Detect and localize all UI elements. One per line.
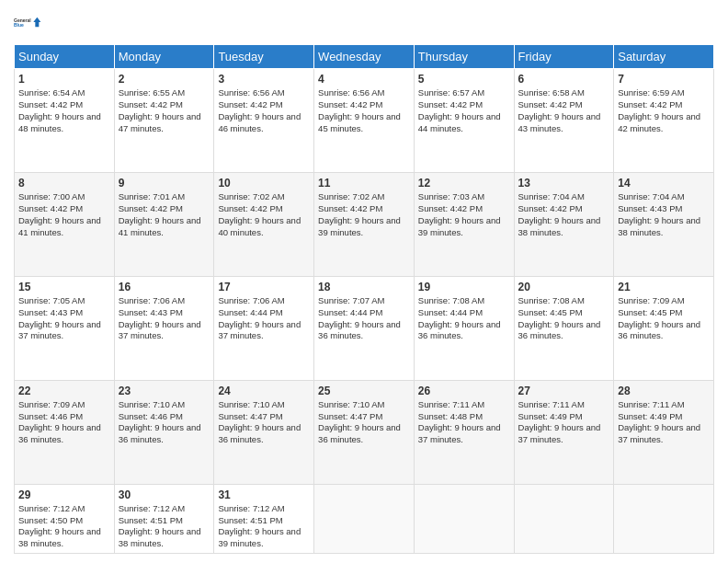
sunset-text: Sunset: 4:48 PM [418,411,483,421]
calendar-cell: 25Sunrise: 7:10 AMSunset: 4:47 PMDayligh… [314,380,415,484]
sunrise-text: Sunrise: 7:02 AM [318,191,384,201]
week-row-1: 1Sunrise: 6:54 AMSunset: 4:42 PMDaylight… [15,69,714,173]
sunset-text: Sunset: 4:44 PM [318,307,382,317]
sunrise-text: Sunrise: 7:09 AM [18,399,85,409]
sunrise-text: Sunrise: 7:06 AM [218,295,284,305]
day-header-tuesday: Tuesday [214,45,314,69]
sunset-text: Sunset: 4:42 PM [318,99,382,109]
daylight-text: Daylight: 9 hours and 38 minutes. [18,526,101,548]
calendar-cell: 9Sunrise: 7:01 AMSunset: 4:42 PMDaylight… [114,172,214,276]
sunset-text: Sunset: 4:50 PM [18,515,83,525]
calendar-cell: 21Sunrise: 7:09 AMSunset: 4:45 PMDayligh… [614,276,714,380]
sunrise-text: Sunrise: 7:10 AM [218,399,284,409]
calendar-cell: 19Sunrise: 7:08 AMSunset: 4:44 PMDayligh… [414,276,514,380]
day-number: 25 [318,384,410,398]
daylight-text: Daylight: 9 hours and 37 minutes. [518,422,601,444]
calendar-cell: 3Sunrise: 6:56 AMSunset: 4:42 PMDaylight… [214,69,314,173]
sunset-text: Sunset: 4:45 PM [618,307,682,317]
sunrise-text: Sunrise: 7:12 AM [18,503,85,513]
daylight-text: Daylight: 9 hours and 39 minutes. [318,215,401,237]
logo-icon: General Blue [14,9,41,37]
sunrise-text: Sunrise: 7:00 AM [18,191,85,201]
day-number: 1 [18,72,110,86]
daylight-text: Daylight: 9 hours and 44 minutes. [418,111,501,133]
sunset-text: Sunset: 4:42 PM [518,203,583,213]
daylight-text: Daylight: 9 hours and 43 minutes. [518,111,601,133]
daylight-text: Daylight: 9 hours and 36 minutes. [318,422,401,444]
day-number: 11 [318,176,410,190]
sunrise-text: Sunrise: 6:56 AM [218,87,284,98]
day-number: 6 [518,72,610,86]
sunset-text: Sunset: 4:46 PM [119,411,183,421]
day-number: 4 [318,72,410,86]
day-number: 24 [218,384,310,398]
sunrise-text: Sunrise: 7:11 AM [518,399,585,409]
day-number: 7 [618,72,710,86]
sunrise-text: Sunrise: 7:04 AM [518,191,585,201]
day-number: 23 [119,384,210,398]
daylight-text: Daylight: 9 hours and 36 minutes. [218,422,301,444]
calendar-cell [614,484,714,553]
calendar-cell: 27Sunrise: 7:11 AMSunset: 4:49 PMDayligh… [514,380,614,484]
day-header-sunday: Sunday [15,45,115,69]
daylight-text: Daylight: 9 hours and 37 minutes. [18,319,101,341]
calendar-cell: 31Sunrise: 7:12 AMSunset: 4:51 PMDayligh… [214,484,314,553]
sunset-text: Sunset: 4:47 PM [318,411,382,421]
daylight-text: Daylight: 9 hours and 36 minutes. [518,319,601,341]
sunrise-text: Sunrise: 7:12 AM [119,503,185,513]
sunset-text: Sunset: 4:43 PM [618,203,682,213]
day-number: 30 [119,488,210,502]
sunset-text: Sunset: 4:44 PM [218,307,282,317]
calendar-cell: 1Sunrise: 6:54 AMSunset: 4:42 PMDaylight… [15,69,115,173]
sunrise-text: Sunrise: 7:08 AM [418,295,484,305]
daylight-text: Daylight: 9 hours and 39 minutes. [418,215,501,237]
daylight-text: Daylight: 9 hours and 38 minutes. [618,215,700,237]
day-number: 14 [618,176,710,190]
sunrise-text: Sunrise: 7:04 AM [618,191,684,201]
calendar-cell: 26Sunrise: 7:11 AMSunset: 4:48 PMDayligh… [414,380,514,484]
header: General Blue [14,9,714,37]
sunset-text: Sunset: 4:43 PM [18,307,83,317]
sunset-text: Sunset: 4:42 PM [119,203,183,213]
sunrise-text: Sunrise: 6:59 AM [618,87,684,98]
sunrise-text: Sunrise: 7:01 AM [119,191,185,201]
day-number: 13 [518,176,610,190]
sunset-text: Sunset: 4:42 PM [418,99,483,109]
daylight-text: Daylight: 9 hours and 41 minutes. [18,215,101,237]
sunrise-text: Sunrise: 7:07 AM [318,295,384,305]
day-number: 8 [18,176,110,190]
week-row-4: 22Sunrise: 7:09 AMSunset: 4:46 PMDayligh… [15,380,714,484]
svg-text:General: General [14,17,31,23]
sunrise-text: Sunrise: 7:11 AM [418,399,484,409]
daylight-text: Daylight: 9 hours and 48 minutes. [18,111,101,133]
sunrise-text: Sunrise: 7:08 AM [518,295,585,305]
sunrise-text: Sunrise: 7:12 AM [218,503,284,513]
calendar-cell: 4Sunrise: 6:56 AMSunset: 4:42 PMDaylight… [314,69,415,173]
sunrise-text: Sunrise: 6:56 AM [318,87,384,98]
day-header-wednesday: Wednesday [314,45,415,69]
day-header-saturday: Saturday [614,45,714,69]
daylight-text: Daylight: 9 hours and 42 minutes. [618,111,700,133]
day-header-friday: Friday [514,45,614,69]
sunrise-text: Sunrise: 7:03 AM [418,191,484,201]
week-row-3: 15Sunrise: 7:05 AMSunset: 4:43 PMDayligh… [15,276,714,380]
sunset-text: Sunset: 4:44 PM [418,307,483,317]
sunrise-text: Sunrise: 6:54 AM [18,87,85,98]
calendar-cell: 18Sunrise: 7:07 AMSunset: 4:44 PMDayligh… [314,276,415,380]
calendar-cell: 20Sunrise: 7:08 AMSunset: 4:45 PMDayligh… [514,276,614,380]
day-number: 29 [18,488,110,502]
daylight-text: Daylight: 9 hours and 37 minutes. [218,319,301,341]
calendar-table: SundayMondayTuesdayWednesdayThursdayFrid… [14,44,714,554]
daylight-text: Daylight: 9 hours and 36 minutes. [18,422,101,444]
calendar-cell: 7Sunrise: 6:59 AMSunset: 4:42 PMDaylight… [614,69,714,173]
day-number: 21 [618,280,710,294]
sunset-text: Sunset: 4:42 PM [18,99,83,109]
daylight-text: Daylight: 9 hours and 36 minutes. [119,422,201,444]
svg-text:Blue: Blue [14,22,24,28]
sunset-text: Sunset: 4:49 PM [618,411,682,421]
daylight-text: Daylight: 9 hours and 46 minutes. [218,111,301,133]
day-number: 27 [518,384,610,398]
sunrise-text: Sunrise: 7:11 AM [618,399,684,409]
week-row-2: 8Sunrise: 7:00 AMSunset: 4:42 PMDaylight… [15,172,714,276]
calendar-cell [314,484,415,553]
